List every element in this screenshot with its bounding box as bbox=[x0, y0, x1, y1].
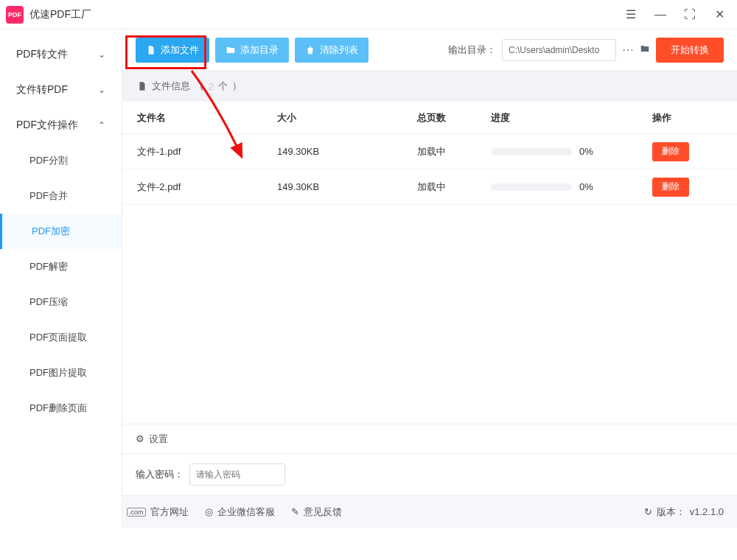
feedback-icon: ✎ bbox=[291, 506, 299, 517]
sidebar-sub-split[interactable]: PDF分割 bbox=[0, 143, 122, 178]
document-icon bbox=[137, 81, 147, 91]
gear-icon: ⚙ bbox=[136, 433, 144, 444]
progress-bar bbox=[491, 148, 572, 155]
sidebar-sub-extract-page[interactable]: PDF页面提取 bbox=[0, 320, 122, 355]
sidebar-sub-extract-img[interactable]: PDF图片提取 bbox=[0, 355, 122, 391]
table-row: 文件-1.pdf 149.30KB 加载中 0% 删除 bbox=[122, 134, 737, 169]
settings-header[interactable]: ⚙ 设置 bbox=[122, 424, 737, 454]
settings-panel: ⚙ 设置 输入密码： bbox=[122, 424, 737, 495]
globe-icon: .com bbox=[127, 508, 146, 517]
sidebar-sub-delete-page[interactable]: PDF删除页面 bbox=[0, 391, 122, 426]
file-panel: 文件信息（2个） 文件名 大小 总页数 进度 操作 文件-1.pdf 149.3… bbox=[122, 71, 737, 495]
table-row: 文件-2.pdf 149.30KB 加载中 0% 删除 bbox=[122, 169, 737, 205]
output-dir-label: 输出目录： bbox=[448, 43, 496, 57]
open-folder-icon[interactable] bbox=[640, 43, 650, 57]
file-info-bar: 文件信息（2个） bbox=[122, 71, 737, 102]
password-label: 输入密码： bbox=[136, 468, 184, 481]
sidebar-sub-merge[interactable]: PDF合并 bbox=[0, 178, 122, 214]
main-area: 添加文件 添加目录 清除列表 输出目录： C:\Users\admin\Desk… bbox=[122, 29, 737, 528]
table-header: 文件名 大小 总页数 进度 操作 bbox=[122, 102, 737, 134]
folder-icon bbox=[226, 45, 236, 55]
footer: .com 官方网址 ◎ 企业微信客服 ✎ 意见反馈 ↻ 版本： v1.2.1.0 bbox=[122, 495, 737, 528]
sidebar-item-file-to-pdf[interactable]: 文件转PDF⌄ bbox=[0, 72, 122, 108]
wechat-icon: ◎ bbox=[205, 506, 213, 517]
chevron-up-icon: ⌃ bbox=[98, 120, 105, 130]
refresh-icon[interactable]: ↻ bbox=[644, 506, 652, 517]
sidebar-sub-decrypt[interactable]: PDF解密 bbox=[0, 249, 122, 284]
password-input[interactable] bbox=[189, 463, 285, 486]
add-dir-button[interactable]: 添加目录 bbox=[215, 38, 289, 63]
minimize-icon[interactable]: — bbox=[654, 9, 666, 21]
delete-button[interactable]: 删除 bbox=[652, 142, 689, 161]
toolbar: 添加文件 添加目录 清除列表 输出目录： C:\Users\admin\Desk… bbox=[122, 29, 737, 71]
progress-bar bbox=[491, 183, 572, 191]
official-site-link[interactable]: .com 官方网址 bbox=[127, 505, 189, 519]
trash-icon bbox=[305, 45, 315, 55]
app-logo: PDF bbox=[6, 6, 24, 24]
annotation-box bbox=[125, 35, 206, 69]
feedback-link[interactable]: ✎ 意见反馈 bbox=[291, 505, 342, 519]
wechat-support-link[interactable]: ◎ 企业微信客服 bbox=[205, 505, 275, 519]
delete-button[interactable]: 删除 bbox=[652, 178, 689, 197]
sidebar-sub-encrypt[interactable]: PDF加密 bbox=[0, 214, 122, 249]
app-name: 优速PDF工厂 bbox=[29, 8, 91, 21]
sidebar: PDF转文件⌄ 文件转PDF⌄ PDF文件操作⌃ PDF分割 PDF合并 PDF… bbox=[0, 29, 122, 528]
close-icon[interactable]: ✕ bbox=[713, 9, 725, 21]
start-convert-button[interactable]: 开始转换 bbox=[656, 38, 724, 63]
maximize-icon[interactable]: ⛶ bbox=[684, 9, 696, 21]
more-icon[interactable]: ⋯ bbox=[622, 43, 634, 57]
sidebar-item-pdf-ops[interactable]: PDF文件操作⌃ bbox=[0, 108, 122, 143]
chevron-down-icon: ⌄ bbox=[98, 49, 105, 60]
sidebar-item-pdf-to-file[interactable]: PDF转文件⌄ bbox=[0, 37, 122, 72]
output-dir-path[interactable]: C:\Users\admin\Deskto bbox=[502, 39, 616, 61]
sidebar-sub-compress[interactable]: PDF压缩 bbox=[0, 284, 122, 320]
menu-icon[interactable]: ☰ bbox=[625, 9, 637, 21]
title-bar: PDF 优速PDF工厂 ☰ — ⛶ ✕ bbox=[0, 0, 737, 29]
clear-list-button[interactable]: 清除列表 bbox=[295, 38, 368, 63]
chevron-down-icon: ⌄ bbox=[98, 85, 105, 95]
